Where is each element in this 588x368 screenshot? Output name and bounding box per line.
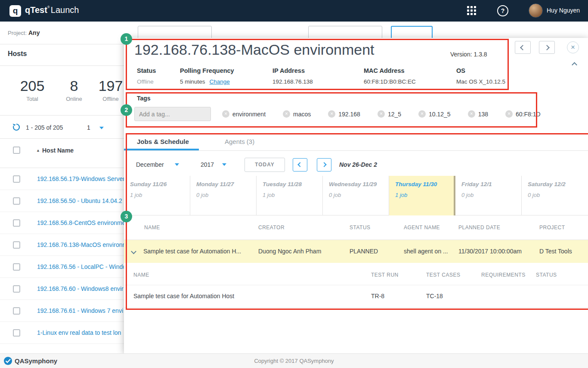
page-selector[interactable]: 1 [87, 124, 90, 131]
day-cell-thursday-selected[interactable]: Thursday 11/30 1 job [389, 176, 455, 215]
remove-tag-icon[interactable]: × [468, 110, 475, 118]
chevron-right-icon [322, 162, 326, 167]
status-value: Offline [137, 78, 156, 85]
help-icon[interactable]: ? [497, 5, 508, 16]
host-link[interactable]: 192.168.56.8-CentOS environme [37, 219, 124, 226]
app-title: qTest®Launch [25, 5, 79, 15]
os-value: Mac OS X_10.12.5 [456, 78, 505, 85]
host-detail-panel: 192.168.76.138-MacOS environment Version… [124, 38, 588, 353]
host-checkbox[interactable] [13, 219, 20, 227]
stat-online-label: Online [61, 96, 87, 102]
host-row: 192.168.76.56 - LocalPC - Windo [0, 256, 124, 278]
field-polling-frequency: Polling Frequency 5 minutesChange [180, 67, 234, 85]
day-label: Friday 12/1 [461, 181, 521, 187]
remove-tag-icon[interactable]: × [283, 110, 290, 118]
today-button[interactable]: TODAY [244, 158, 285, 172]
page-dropdown-caret-icon[interactable] [99, 127, 104, 129]
year-selector[interactable]: 2017 [201, 161, 214, 168]
close-button[interactable]: × [567, 41, 579, 53]
tag-label: 138 [478, 111, 488, 118]
remove-tag-icon[interactable]: × [378, 110, 385, 118]
copyright-text: Copyright © 2017 QASymphony [0, 358, 588, 364]
tab-jobs-schedule[interactable]: Jobs & Schedule [137, 138, 189, 145]
host-filter-input-2[interactable] [308, 26, 382, 39]
host-link[interactable]: 192.168.76.138-MacOS environn [37, 241, 124, 248]
tag-label: 10.12_5 [429, 111, 451, 118]
host-list: 192.168.56.179-Windows Server 192.168.56… [0, 168, 124, 344]
host-link[interactable]: 192.168.76.60 - Windows8 envir [37, 285, 124, 292]
apps-grid-icon[interactable] [467, 6, 477, 16]
day-cell-saturday[interactable]: Saturday 12/2 0 job [522, 176, 588, 215]
select-all-checkbox[interactable] [13, 147, 20, 154]
stat-total-value: 205 [17, 78, 47, 94]
day-jobs: 1 job [395, 192, 454, 198]
job-status: PLANNED [350, 248, 378, 255]
column-header-agent-name: AGENT NAME [404, 225, 440, 231]
prev-host-button[interactable] [515, 41, 531, 54]
field-status: Status Offline [137, 67, 156, 85]
change-polling-link[interactable]: Change [210, 78, 230, 85]
day-cell-wednesday[interactable]: Wednesday 11/29 0 job [323, 176, 389, 215]
host-checkbox[interactable] [13, 241, 20, 249]
help-glyph: ? [501, 7, 505, 14]
day-jobs: 0 job [461, 192, 521, 198]
detail-test-run[interactable]: TR-8 [371, 293, 384, 299]
field-label: Status [137, 67, 156, 74]
field-label: OS [456, 67, 505, 74]
host-checkbox[interactable] [13, 175, 20, 183]
next-week-button[interactable] [317, 158, 331, 172]
host-link[interactable]: 192.168.76.61 - Windows 7 envi [37, 307, 123, 314]
remove-tag-icon[interactable]: × [505, 110, 513, 118]
job-row-selected[interactable]: Sample test case for Automation H... Duo… [124, 240, 588, 263]
tag: ×environment [222, 110, 266, 118]
remove-tag-icon[interactable]: × [222, 110, 229, 118]
user-avatar[interactable] [529, 3, 543, 18]
tag-label: 192.168 [338, 111, 360, 118]
host-link[interactable]: 192.168.56.50 - Ubuntu 14.04.2 [37, 197, 122, 204]
user-name[interactable]: Huy Nguyen [547, 7, 580, 14]
day-label: Saturday 12/2 [528, 181, 588, 187]
chevron-right-icon [544, 45, 550, 50]
sort-asc-icon[interactable]: ▲ [36, 148, 40, 153]
day-cell-monday[interactable]: Monday 11/27 0 job [190, 176, 257, 215]
host-name-column-header[interactable]: Host Name [42, 147, 74, 154]
refresh-icon[interactable] [12, 123, 21, 131]
host-link[interactable]: 192.168.56.179-Windows Server [37, 175, 124, 182]
host-link[interactable]: 1-Linux env real data to test lon [37, 329, 121, 336]
collapse-chevron-up-icon[interactable] [572, 62, 577, 68]
qtest-logo-icon: q [9, 5, 21, 17]
remove-tag-icon[interactable]: × [418, 110, 426, 118]
host-checkbox[interactable] [13, 197, 20, 205]
detail-test-cases[interactable]: TC-18 [426, 293, 443, 299]
next-host-button[interactable] [539, 41, 555, 54]
job-details-table-header: NAME TEST RUN TEST CASES REQUIREMENTS ST… [124, 263, 588, 285]
host-filter-input-1[interactable] [138, 26, 212, 39]
tag: ×138 [468, 110, 488, 118]
job-name: Sample test case for Automation H... [143, 248, 241, 255]
pagination-range: 1 - 205 of 205 [26, 124, 63, 131]
filter-button[interactable] [391, 26, 433, 39]
remove-tag-icon[interactable]: × [328, 110, 335, 118]
month-dropdown-caret-icon[interactable] [175, 163, 179, 166]
host-checkbox[interactable] [13, 285, 20, 293]
host-link[interactable]: 192.168.76.56 - LocalPC - Windo [37, 263, 124, 270]
month-selector[interactable]: December [136, 161, 164, 168]
prev-week-button[interactable] [293, 158, 307, 172]
project-selector[interactable]: Any [28, 29, 40, 36]
brand-trademark: ® [47, 5, 50, 9]
day-cell-tuesday[interactable]: Tuesday 11/28 1 job [257, 176, 323, 215]
stat-online: 8 Online [61, 78, 87, 102]
day-cell-friday[interactable]: Friday 12/1 0 job [455, 176, 522, 215]
day-cell-sunday[interactable]: Sunday 11/26 1 job [124, 176, 190, 215]
host-checkbox[interactable] [13, 307, 20, 315]
tab-agents[interactable]: Agents (3) [225, 138, 254, 145]
year-dropdown-caret-icon[interactable] [222, 163, 226, 166]
host-checkbox[interactable] [13, 263, 20, 271]
host-checkbox[interactable] [13, 329, 20, 337]
expand-chevron-down-icon[interactable] [131, 249, 136, 254]
column-header-project: PROJECT [539, 225, 565, 231]
job-creator: Duong Ngoc Anh Pham [258, 248, 321, 255]
host-row: 1-Linux env real data to test lon [0, 322, 124, 344]
stat-online-value: 8 [61, 78, 87, 94]
add-tag-input[interactable] [134, 107, 211, 121]
